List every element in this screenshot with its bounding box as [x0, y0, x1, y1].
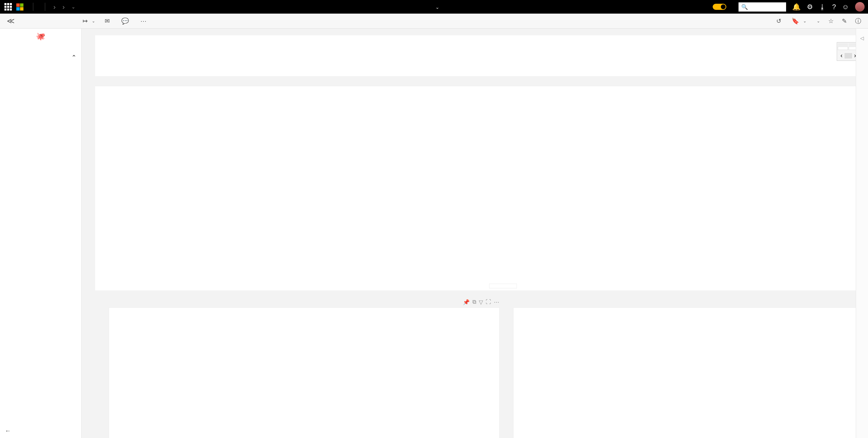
- chevron-down-icon: ⌄: [803, 19, 806, 23]
- punch-card-visual[interactable]: [95, 86, 868, 290]
- sidebar-group[interactable]: ⌃: [0, 51, 81, 64]
- subscribe-button[interactable]: ✉: [105, 17, 112, 25]
- focus-icon[interactable]: ⛶: [486, 299, 491, 305]
- chevron-down-icon[interactable]: ⌄: [71, 4, 75, 10]
- report-canvas: ‹ › 📌 ⧉ ▽ ⛶: [82, 29, 868, 438]
- bookmarks-button[interactable]: 🔖⌄: [792, 17, 806, 25]
- punch-card-plot: [156, 93, 868, 263]
- notifications-icon[interactable]: 🔔: [792, 3, 801, 11]
- microsoft-logo: [16, 3, 25, 11]
- export-button[interactable]: ↦⌄: [83, 17, 95, 25]
- app-header: › › ⌄ ⌄ 🔍 🔔 ⚙ ⭳ ? ☺: [0, 0, 868, 14]
- export-icon: ↦: [83, 17, 88, 25]
- chevron-right-icon: ›: [53, 3, 56, 11]
- title-card: ‹ ›: [95, 35, 868, 76]
- favorite-icon[interactable]: ☆: [828, 17, 834, 25]
- go-back-button[interactable]: ←: [5, 427, 16, 435]
- feedback-icon[interactable]: ☺: [842, 3, 849, 11]
- chevron-up-icon: ⌃: [71, 54, 76, 61]
- chevron-down-icon: ⌄: [92, 19, 95, 23]
- mail-icon: ✉: [105, 17, 110, 25]
- x-axis-label: [489, 284, 517, 288]
- chevron-down-icon: ⌄: [817, 19, 820, 23]
- breadcrumb: › › ⌄: [50, 3, 75, 11]
- user-avatar[interactable]: [855, 2, 865, 12]
- search-icon: 🔍: [741, 4, 748, 10]
- github-icon: 🐙: [0, 32, 81, 41]
- collapse-nav-icon[interactable]: ≪: [7, 17, 15, 26]
- download-icon[interactable]: ⭳: [819, 3, 826, 11]
- chevron-right-icon: ›: [63, 3, 65, 11]
- chevron-down-icon[interactable]: ⌄: [435, 4, 439, 10]
- expand-icon: ◁: [860, 35, 864, 41]
- header-center-status: ⌄: [429, 3, 439, 11]
- repo-value: [838, 47, 848, 50]
- info-icon[interactable]: ⓘ: [855, 17, 861, 25]
- commits-by-day-visual[interactable]: 📌 ⧉ ▽ ⛶ ⋯: [109, 307, 500, 438]
- comments-button[interactable]: 💬: [121, 17, 131, 25]
- comment-icon: 💬: [121, 17, 129, 25]
- visual-toolbar: 📌 ⧉ ▽ ⛶ ⋯: [463, 299, 499, 305]
- more-icon[interactable]: ⋯: [494, 299, 499, 305]
- edit-icon[interactable]: ✎: [842, 17, 847, 25]
- report-toolbar: ≪ ↦⌄ ✉ 💬 ⋯ ↺ 🔖⌄ ⌄ ☆ ✎ ⓘ: [0, 14, 868, 29]
- search-input[interactable]: 🔍: [739, 2, 786, 12]
- new-look-toggle[interactable]: [713, 4, 726, 10]
- sidebar-root[interactable]: [0, 46, 81, 51]
- more-icon[interactable]: ⋯: [140, 17, 146, 25]
- workspace-title: [0, 42, 81, 46]
- view-button[interactable]: ⌄: [815, 19, 820, 23]
- hour-bar-plot: [524, 320, 868, 438]
- filters-pane-collapsed[interactable]: ◁: [856, 29, 868, 438]
- page-nav-sidebar: 🐙 ⌃ ←: [0, 29, 82, 438]
- commits-by-hour-visual[interactable]: [513, 307, 868, 438]
- settings-icon[interactable]: ⚙: [807, 3, 813, 11]
- repo-header: [838, 43, 848, 46]
- copy-icon[interactable]: ⧉: [472, 299, 476, 305]
- app-launcher-icon[interactable]: [3, 2, 13, 12]
- bookmark-icon: 🔖: [792, 17, 799, 25]
- reset-button[interactable]: ↺: [776, 17, 783, 25]
- reset-icon: ↺: [776, 17, 781, 25]
- pin-icon[interactable]: 📌: [463, 299, 470, 305]
- prev-page-icon[interactable]: ‹: [840, 52, 843, 59]
- filter-icon[interactable]: ▽: [479, 299, 483, 305]
- scroll-track[interactable]: [845, 53, 852, 58]
- help-icon[interactable]: ?: [832, 3, 836, 11]
- back-arrow-icon: ←: [5, 427, 11, 435]
